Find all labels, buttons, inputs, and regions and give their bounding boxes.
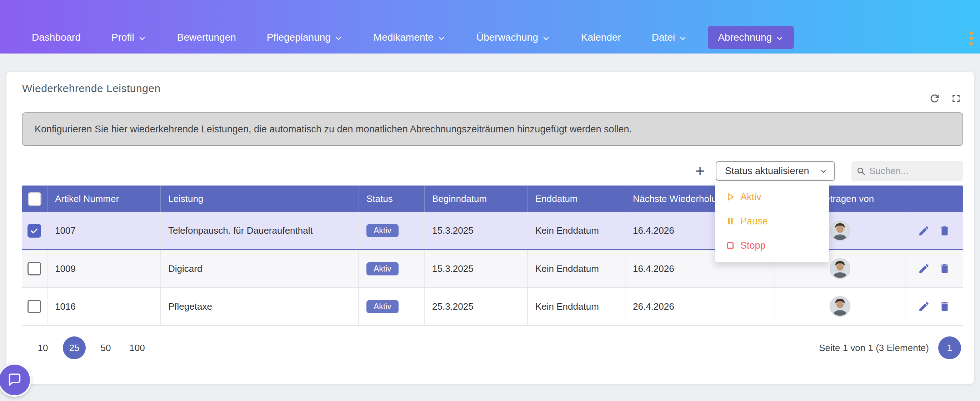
chevron-down-icon — [775, 34, 784, 43]
select-all-checkbox[interactable] — [28, 192, 41, 206]
status-badge: Aktiv — [366, 262, 399, 276]
play-icon — [725, 192, 735, 202]
page-size-100[interactable]: 100 — [126, 336, 149, 359]
edit-button[interactable] — [918, 263, 930, 275]
row-checkbox[interactable] — [27, 300, 41, 313]
page-size-25[interactable]: 25 — [63, 336, 86, 359]
chevron-down-icon — [138, 34, 146, 43]
edit-pencil-icon — [918, 225, 930, 237]
status-update-button[interactable]: Status aktualisieren — [716, 161, 835, 181]
status-badge: Aktiv — [366, 300, 399, 313]
nav-label: Dashboard — [32, 32, 81, 43]
nav-item-ueberwachung[interactable]: Überwachung — [466, 26, 560, 49]
chevron-down-icon — [542, 34, 550, 43]
fullscreen-icon[interactable] — [950, 92, 962, 105]
top-navbar: Dashboard Profil Bewertungen Pflegeplanu… — [0, 0, 980, 54]
cell-beginndatum: 15.3.2025 — [425, 250, 528, 287]
avatar — [830, 258, 850, 279]
edit-pencil-icon — [918, 263, 930, 275]
nav-label: Pflegeplanung — [267, 32, 331, 43]
nav-item-pflegeplanung[interactable]: Pflegeplanung — [257, 26, 353, 49]
nav-label: Profil — [111, 32, 134, 43]
header-cell: Beginndatum — [425, 185, 528, 212]
nav-label: Datei — [652, 32, 675, 43]
cell-actions — [905, 288, 963, 325]
nav-label: Abrechnung — [718, 32, 772, 43]
chevron-down-icon — [334, 34, 343, 43]
nav-items: Dashboard Profil Bewertungen Pflegeplanu… — [22, 26, 794, 49]
header-cell: Enddatum — [528, 185, 625, 212]
cell-leistung: Pflegetaxe — [161, 288, 359, 325]
edit-button[interactable] — [918, 300, 930, 312]
cell-enddatum: Kein Enddatum — [528, 250, 625, 287]
page-size-selector: 10 25 50 100 — [32, 336, 149, 359]
chat-button[interactable] — [0, 363, 32, 397]
nav-item-abrechnung[interactable]: Abrechnung — [708, 26, 794, 49]
nav-label: Bewertungen — [177, 32, 236, 43]
nav-label: Kalender — [581, 32, 621, 43]
page-summary: Seite 1 von 1 (3 Elemente) — [819, 342, 929, 353]
delete-button[interactable] — [939, 300, 951, 312]
delete-button[interactable] — [939, 263, 951, 275]
cell-status: Aktiv — [359, 250, 425, 287]
add-button[interactable]: + — [691, 162, 709, 180]
stop-icon — [725, 241, 735, 250]
status-badge: Aktiv — [366, 224, 399, 237]
nav-label: Überwachung — [476, 32, 538, 43]
page-size-10[interactable]: 10 — [32, 336, 54, 359]
search-icon — [856, 166, 866, 176]
edit-button[interactable] — [918, 225, 930, 237]
header-cell: Status — [359, 185, 425, 212]
cell-artikel-nummer: 1009 — [48, 250, 161, 287]
nav-item-profil[interactable]: Profil — [102, 26, 156, 49]
cell-actions — [905, 250, 963, 287]
row-checkbox[interactable] — [27, 224, 41, 238]
nav-item-datei[interactable]: Datei — [642, 26, 697, 49]
nav-item-dashboard[interactable]: Dashboard — [22, 26, 91, 49]
chat-bubble-icon — [6, 372, 23, 388]
info-banner: Konfigurieren Sie hier wiederkehrende Le… — [22, 113, 963, 146]
header-cell-select — [22, 185, 48, 212]
table-row: 1016 Pflegetaxe Aktiv 25.3.2025 Kein End… — [22, 288, 963, 326]
cell-enddatum: Kein Enddatum — [528, 288, 625, 325]
cell-status: Aktiv — [359, 288, 425, 325]
avatar — [830, 220, 850, 241]
search-box — [851, 161, 963, 181]
refresh-icon[interactable] — [929, 92, 941, 105]
cell-leistung: Telefonpausch. für Daueraufenthalt — [161, 212, 359, 249]
trash-icon — [939, 263, 951, 275]
search-input[interactable] — [869, 166, 958, 177]
header-cell-actions — [905, 185, 963, 212]
delete-button[interactable] — [939, 225, 951, 237]
page-size-50[interactable]: 50 — [94, 336, 117, 359]
nav-label: Medikamente — [374, 32, 434, 43]
menu-item-aktiv[interactable]: Aktiv — [715, 185, 829, 209]
cell-beginndatum: 15.3.2025 — [425, 212, 528, 249]
row-checkbox[interactable] — [27, 262, 41, 276]
status-menu: Aktiv Pause Stopp — [715, 181, 829, 262]
cell-actions — [905, 212, 963, 249]
more-options-icon[interactable] — [968, 30, 974, 47]
header-cell: Artikel Nummer — [48, 185, 161, 212]
menu-item-label: Pause — [740, 216, 768, 227]
page-number-button[interactable]: 1 — [938, 336, 961, 359]
nav-item-medikamente[interactable]: Medikamente — [364, 26, 456, 49]
info-banner-text: Konfigurieren Sie hier wiederkehrende Le… — [35, 124, 632, 135]
nav-item-kalender[interactable]: Kalender — [571, 26, 631, 49]
cell-naechste-wiederholung: 26.4.2026 — [625, 288, 775, 325]
status-update-button-label: Status aktualisieren — [725, 166, 809, 177]
cell-eingetragen-von — [775, 288, 905, 325]
recurring-services-panel: Wiederkehrende Leistungen Konfigurieren … — [6, 72, 974, 384]
dropdown-caret-icon — [819, 167, 828, 176]
menu-item-pause[interactable]: Pause — [715, 209, 829, 233]
cell-status: Aktiv — [359, 212, 425, 249]
cell-beginndatum: 25.3.2025 — [425, 288, 528, 325]
chevron-down-icon — [679, 34, 687, 43]
cell-artikel-nummer: 1016 — [48, 288, 161, 325]
edit-pencil-icon — [918, 300, 930, 312]
chevron-down-icon — [437, 34, 446, 43]
nav-item-bewertungen[interactable]: Bewertungen — [167, 26, 246, 49]
cell-enddatum: Kein Enddatum — [528, 212, 625, 249]
trash-icon — [939, 225, 951, 237]
menu-item-stopp[interactable]: Stopp — [715, 233, 829, 258]
